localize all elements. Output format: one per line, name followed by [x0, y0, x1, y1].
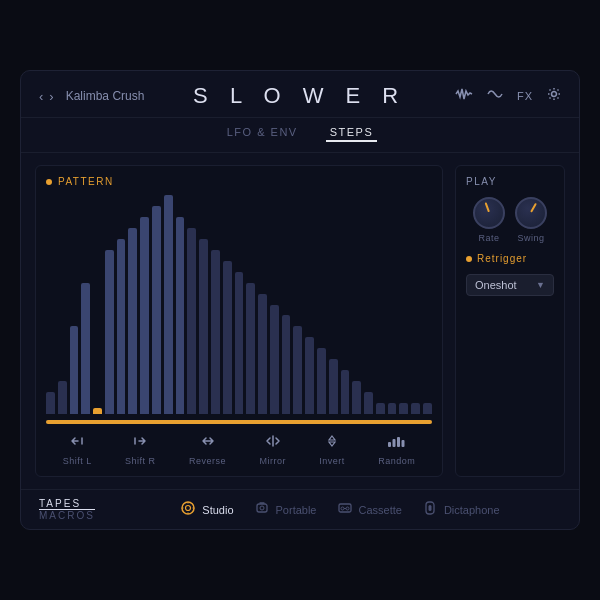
shift-r-icon [131, 434, 149, 452]
svg-point-5 [182, 502, 194, 514]
sine-icon[interactable] [487, 87, 503, 105]
control-reverse[interactable]: Reverse [189, 434, 226, 466]
svg-point-10 [341, 507, 344, 510]
footer-presets: Studio Portable [119, 500, 561, 519]
pattern-dot [46, 179, 52, 185]
svg-rect-13 [428, 505, 431, 511]
step-bar[interactable] [352, 381, 361, 414]
next-arrow[interactable]: › [49, 89, 53, 104]
fx-icon[interactable]: FX [517, 90, 533, 102]
svg-point-8 [260, 506, 264, 510]
step-bar[interactable] [293, 326, 302, 414]
retrigger-row[interactable]: Retrigger [466, 253, 554, 264]
pattern-section: PATTERN Shift L [35, 165, 443, 477]
main-content: PATTERN Shift L [21, 153, 579, 489]
step-bar[interactable] [246, 283, 255, 414]
mirror-icon [264, 434, 282, 452]
step-bar[interactable] [211, 250, 220, 414]
step-bar[interactable] [140, 217, 149, 414]
studio-label: Studio [202, 504, 233, 516]
step-bar[interactable] [329, 359, 338, 414]
settings-icon[interactable] [547, 87, 561, 105]
step-bar[interactable] [423, 403, 432, 414]
footer-tabs: TAPES MACROS [39, 498, 95, 521]
step-bar[interactable] [399, 403, 408, 414]
step-bar[interactable] [305, 337, 314, 414]
step-bar[interactable] [46, 392, 55, 414]
preset-studio[interactable]: Studio [180, 500, 233, 519]
cassette-label: Cassette [359, 504, 402, 516]
step-bar[interactable] [187, 228, 196, 414]
control-shift-r[interactable]: Shift R [125, 434, 156, 466]
control-mirror[interactable]: Mirror [259, 434, 286, 466]
reverse-label: Reverse [189, 456, 226, 466]
shift-l-icon [68, 434, 86, 452]
title-block: S L O W E R [144, 83, 455, 109]
header-icons: FX [455, 87, 561, 105]
shift-l-label: Shift L [63, 456, 92, 466]
play-section: PLAY Rate Swing Retrigger Oneshot ▼ [455, 165, 565, 477]
svg-rect-3 [397, 437, 400, 447]
steps-grid [46, 195, 432, 414]
tab-lfo-env[interactable]: LFO & ENV [223, 124, 302, 142]
step-bar[interactable] [364, 392, 373, 414]
preset-cassette[interactable]: Cassette [337, 500, 402, 519]
shift-r-label: Shift R [125, 456, 156, 466]
control-invert[interactable]: Invert [319, 434, 345, 466]
tab-steps[interactable]: STEPS [326, 124, 378, 142]
preset-dictaphone[interactable]: Dictaphone [422, 500, 500, 519]
nav-arrows: ‹ › Kalimba Crush [39, 89, 144, 104]
preset-portable[interactable]: Portable [254, 500, 317, 519]
step-bar[interactable] [164, 195, 173, 414]
step-bar[interactable] [199, 239, 208, 414]
pattern-label-text: PATTERN [58, 176, 114, 187]
steps-area [46, 195, 432, 424]
step-bar[interactable] [81, 283, 90, 414]
svg-rect-2 [392, 439, 395, 447]
rate-knob-label: Rate [478, 233, 499, 243]
step-bar[interactable] [411, 403, 420, 414]
dropdown-value: Oneshot [475, 279, 517, 291]
invert-icon [323, 434, 341, 452]
control-random[interactable]: Random [378, 434, 415, 466]
dropdown-arrow-icon: ▼ [536, 280, 545, 290]
step-bar[interactable] [388, 403, 397, 414]
step-bar[interactable] [282, 315, 291, 414]
footer-tab-macros[interactable]: MACROS [39, 510, 95, 521]
app-title: S L O W E R [144, 83, 455, 109]
prev-arrow[interactable]: ‹ [39, 89, 43, 104]
swing-knob[interactable] [515, 197, 547, 229]
plugin-container: ‹ › Kalimba Crush S L O W E R FX [20, 70, 580, 530]
preset-name: Kalimba Crush [66, 89, 145, 103]
invert-label: Invert [319, 456, 345, 466]
rate-knob[interactable] [473, 197, 505, 229]
random-label: Random [378, 456, 415, 466]
dictaphone-label: Dictaphone [444, 504, 500, 516]
footer: TAPES MACROS Studio [21, 489, 579, 529]
step-bar[interactable] [270, 305, 279, 415]
step-bar[interactable] [258, 294, 267, 414]
oneshot-dropdown[interactable]: Oneshot ▼ [466, 274, 554, 296]
footer-tab-tapes[interactable]: TAPES [39, 498, 95, 510]
step-bar[interactable] [128, 228, 137, 414]
control-shift-l[interactable]: Shift L [63, 434, 92, 466]
active-step-bar[interactable] [93, 408, 102, 414]
step-bar[interactable] [317, 348, 326, 414]
svg-point-6 [186, 506, 191, 511]
svg-rect-4 [401, 440, 404, 447]
dictaphone-icon [422, 500, 438, 519]
step-bar[interactable] [235, 272, 244, 414]
waveform-icon[interactable] [455, 87, 473, 105]
tab-bar: LFO & ENV STEPS [21, 118, 579, 153]
step-bar[interactable] [70, 326, 79, 414]
step-bar[interactable] [223, 261, 232, 414]
step-bar[interactable] [152, 206, 161, 414]
step-bar[interactable] [117, 239, 126, 414]
step-bar[interactable] [105, 250, 114, 414]
step-bar[interactable] [58, 381, 67, 414]
range-fill [46, 420, 432, 424]
range-bar[interactable] [46, 420, 432, 424]
step-bar[interactable] [376, 403, 385, 414]
step-bar[interactable] [341, 370, 350, 414]
step-bar[interactable] [176, 217, 185, 414]
